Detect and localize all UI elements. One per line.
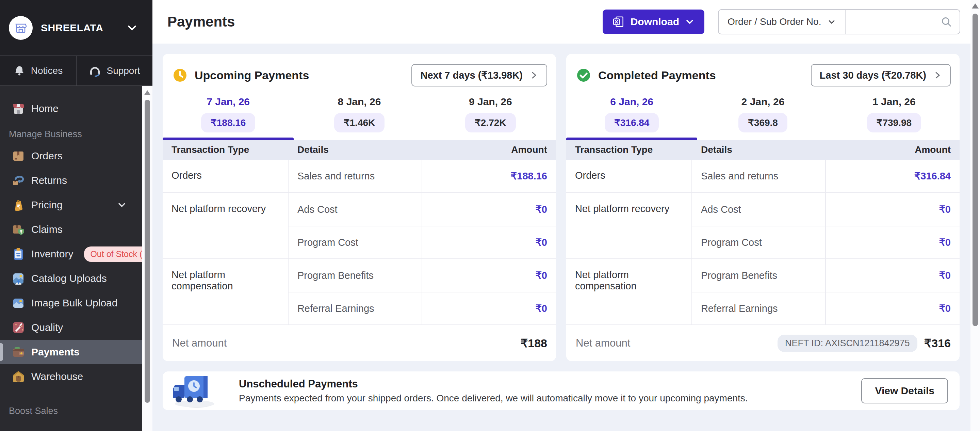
sidebar-item-pricing[interactable]: ₹ Pricing (0, 193, 142, 217)
tab-amount-pill: ₹739.98 (867, 113, 921, 132)
chevron-right-icon (933, 71, 942, 80)
page-scrollbar[interactable] (970, 0, 980, 431)
return-arrow-icon (11, 174, 25, 187)
table-row: Ads Cost ₹0 (288, 193, 556, 226)
chevron-down-icon (827, 18, 836, 26)
completed-payments-card: Completed Payments Last 30 days (₹20.78K… (566, 54, 959, 361)
clock-icon (172, 67, 188, 83)
chevron-down-icon (116, 200, 127, 211)
table-group: Net platform recovery Ads Cost ₹0 Progra… (163, 192, 556, 259)
sidebar-item-label: Catalog Uploads (31, 273, 107, 284)
sidebar-item-returns[interactable]: Pricing Returns (0, 168, 142, 193)
store-selector[interactable]: SHREELATA (0, 0, 153, 56)
sidebar-item-quality[interactable]: Quality (0, 315, 142, 340)
sidebar-nav: Home Manage Business Orders Pricing Retu… (0, 86, 142, 431)
detail-cell: Program Benefits (288, 259, 422, 292)
download-label: Download (630, 16, 679, 27)
amount-cell: ₹0 (422, 236, 556, 248)
table-row: Program Cost ₹0 (288, 226, 556, 259)
upcoming-payments-card: Upcoming Payments Next 7 days (₹13.98K) … (163, 54, 556, 361)
view-details-button[interactable]: View Details (861, 378, 948, 404)
header-amount: Amount (826, 144, 959, 155)
svg-text:₹: ₹ (17, 204, 21, 209)
headset-icon (89, 65, 101, 77)
sidebar-item-label: Inventory (31, 248, 73, 260)
banner-title: Unscheduled Payments (239, 378, 748, 390)
store-name: SHREELATA (41, 22, 125, 34)
net-amount-row: Net amount ₹188 (163, 324, 556, 361)
sidebar-actions: Notices Support (0, 56, 153, 86)
search-input[interactable] (846, 10, 940, 34)
home-icon (11, 102, 25, 115)
range-label: Last 30 days (₹20.78K) (820, 69, 926, 81)
sidebar-item-payments[interactable]: Payments (0, 340, 142, 364)
search-filter-label: Order / Sub Order No. (727, 16, 821, 27)
tab-date-1[interactable]: 8 Jan, 26 ₹1.46K (294, 96, 425, 140)
header-details: Details (692, 144, 826, 155)
table-group: Net platform compensation Program Benefi… (566, 259, 959, 324)
warehouse-icon (11, 370, 25, 383)
page-scrollbar-thumb[interactable] (972, 14, 978, 326)
notices-button[interactable]: Notices (0, 56, 76, 85)
net-amount-label: Net amount (576, 337, 630, 349)
content-area: Upcoming Payments Next 7 days (₹13.98K) … (153, 43, 980, 431)
amount-cell: ₹0 (422, 270, 556, 281)
sidebar-item-catalog-uploads[interactable]: Catalog Uploads (0, 266, 142, 291)
sidebar-item-warehouse[interactable]: Warehouse (0, 364, 142, 389)
sidebar-item-label: Image Bulk Upload (31, 297, 118, 309)
search-filter-dropdown[interactable]: Order / Sub Order No. (719, 10, 846, 34)
tab-date-label: 7 Jan, 26 (163, 96, 294, 108)
sidebar-item-claims[interactable]: ₹ Claims (0, 217, 142, 242)
chevron-right-icon (530, 71, 538, 80)
amount-cell: ₹0 (826, 204, 959, 215)
amount-cell: ₹0 (826, 236, 959, 248)
support-button[interactable]: Support (76, 56, 153, 85)
table-group: Orders Sales and returns ₹316.84 (566, 160, 959, 192)
section-label-boost-sales: Boost Sales (0, 406, 142, 417)
tab-date-1[interactable]: 2 Jan, 26 ₹369.8 (697, 96, 828, 140)
detail-cell: Program Cost (288, 227, 422, 259)
chevron-down-icon (685, 17, 695, 27)
amount-cell: ₹188.16 (422, 170, 556, 182)
unscheduled-payments-banner: Unscheduled Payments Payments expected f… (163, 372, 959, 410)
transaction-type-cell: Net platform recovery (566, 193, 692, 259)
completed-date-tabs: 6 Jan, 26 ₹316.84 2 Jan, 26 ₹369.8 1 Jan… (566, 96, 959, 140)
tab-date-0[interactable]: 6 Jan, 26 ₹316.84 (566, 96, 697, 140)
out-of-stock-badge: Out of Stock (5) (84, 246, 142, 262)
sidebar-item-label: Home (31, 103, 59, 114)
table-row: Program Cost ₹0 (692, 226, 959, 259)
sidebar-item-image-bulk-upload[interactable]: Image Bulk Upload (0, 291, 142, 315)
image-icon (11, 296, 25, 310)
upcoming-range-button[interactable]: Next 7 days (₹13.98K) (411, 64, 547, 86)
tab-date-label: 6 Jan, 26 (566, 96, 697, 108)
tab-date-2[interactable]: 9 Jan, 26 ₹2.72K (425, 96, 556, 140)
download-button[interactable]: Download (603, 10, 705, 34)
header-transaction-type: Transaction Type (163, 144, 288, 155)
sidebar-nav-wrap: Home Manage Business Orders Pricing Retu… (0, 86, 153, 431)
completed-range-button[interactable]: Last 30 days (₹20.78K) (811, 64, 951, 86)
sidebar-item-home[interactable]: Home (0, 96, 142, 121)
tab-date-0[interactable]: 7 Jan, 26 ₹188.16 (163, 96, 294, 140)
transaction-type-cell: Net platform compensation (566, 259, 692, 324)
tab-date-label: 8 Jan, 26 (294, 96, 425, 108)
tab-amount-pill: ₹1.46K (334, 113, 385, 132)
main-area: Payments Download Order / Sub Order No. (153, 0, 980, 431)
sidebar-item-label: Orders (31, 150, 63, 162)
sidebar-scrollbar-thumb[interactable] (145, 100, 150, 403)
table-row: Program Benefits ₹0 (288, 259, 556, 292)
net-amount-row: Net amount NEFT ID: AXISCN1211842975 ₹31… (566, 324, 959, 361)
sidebar-item-inventory[interactable]: Inventory Out of Stock (5) (0, 242, 142, 266)
card-title: Completed Payments (598, 69, 716, 82)
table-row: Referral Earnings ₹0 (288, 292, 556, 324)
amount-cell: ₹316.84 (826, 170, 959, 182)
search-icon (940, 15, 953, 28)
scroll-up-arrow-icon[interactable] (972, 3, 978, 8)
app-root: SHREELATA Notices Support Home (0, 0, 980, 431)
sidebar-item-orders[interactable]: Orders (0, 144, 142, 168)
net-amount-value: ₹316 (924, 336, 951, 350)
tab-date-label: 2 Jan, 26 (697, 96, 828, 108)
table-group: Net platform compensation Program Benefi… (163, 259, 556, 324)
sidebar-scrollbar[interactable] (142, 86, 153, 431)
scroll-up-arrow-icon[interactable] (144, 90, 151, 95)
tab-date-2[interactable]: 1 Jan, 26 ₹739.98 (829, 96, 959, 140)
